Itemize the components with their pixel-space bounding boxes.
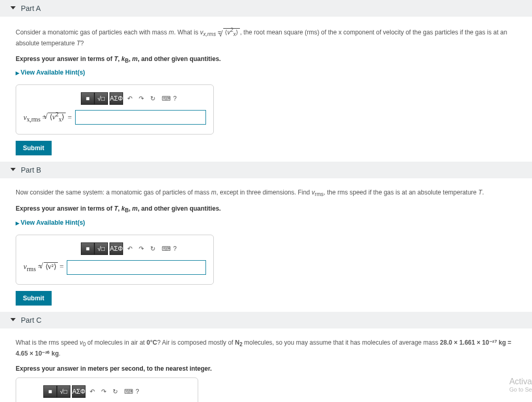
undo-button[interactable]: ↶ bbox=[90, 388, 101, 395]
redo-button[interactable]: ↷ bbox=[139, 245, 150, 252]
part-a-title: Part A bbox=[21, 4, 41, 13]
part-a-body: Consider a monatomic gas of particles ea… bbox=[0, 17, 532, 162]
part-c-header[interactable]: Part C bbox=[0, 312, 532, 328]
templates-button[interactable]: ■ bbox=[81, 92, 94, 105]
help-button[interactable]: ? bbox=[173, 245, 185, 252]
redo-button[interactable]: ↷ bbox=[101, 388, 113, 395]
fraction-button[interactable]: √□ bbox=[57, 385, 70, 398]
part-a-submit-button[interactable]: Submit bbox=[16, 141, 52, 155]
keyboard-button[interactable]: ⌨ bbox=[162, 245, 173, 252]
part-b-answer-box: ■ √□ ΑΣΦ ↶ ↷ ↻ ⌨ ? vrms = ⟨v²⟩ = bbox=[16, 235, 214, 285]
reset-button[interactable]: ↻ bbox=[150, 245, 162, 252]
part-c-body: What is the rms speed v0 of molecules in… bbox=[0, 328, 532, 402]
part-a-lhs: vx,rms = ⟨v2x⟩ = bbox=[23, 112, 72, 123]
reset-button[interactable]: ↻ bbox=[113, 388, 124, 395]
part-a-header[interactable]: Part A bbox=[0, 0, 532, 17]
greek-button[interactable]: ΑΣΦ bbox=[72, 385, 86, 398]
part-b-question: Now consider the same system: a monatomi… bbox=[16, 188, 516, 199]
fraction-button[interactable]: √□ bbox=[94, 242, 108, 255]
keyboard-button[interactable]: ⌨ bbox=[124, 388, 136, 395]
part-b-body: Now consider the same system: a monatomi… bbox=[0, 178, 532, 312]
undo-button[interactable]: ↶ bbox=[127, 245, 139, 252]
part-a-hints-toggle[interactable]: View Available Hint(s) bbox=[16, 69, 85, 76]
greek-button[interactable]: ΑΣΦ bbox=[110, 92, 123, 105]
collapse-icon bbox=[10, 168, 16, 171]
part-b-answer-input[interactable] bbox=[67, 260, 206, 275]
keyboard-button[interactable]: ⌨ bbox=[162, 95, 173, 102]
part-b-lhs: vrms = ⟨v²⟩ = bbox=[23, 262, 64, 273]
part-c-instructions: Express your answer in meters per second… bbox=[16, 365, 516, 372]
part-a-instructions: Express your answer in terms of T, kB, m… bbox=[16, 55, 516, 64]
part-c-title: Part C bbox=[21, 316, 42, 324]
part-a-question: Consider a monatomic gas of particles ea… bbox=[16, 26, 516, 49]
collapse-icon bbox=[10, 6, 16, 9]
part-b-header[interactable]: Part B bbox=[0, 162, 532, 178]
equation-toolbar: ■ √□ ΑΣΦ ↶ ↷ ↻ ⌨ ? bbox=[81, 242, 206, 255]
part-c-question: What is the rms speed v0 of molecules in… bbox=[16, 338, 516, 359]
part-a-answer-input[interactable] bbox=[75, 110, 206, 125]
part-b-submit-button[interactable]: Submit bbox=[16, 291, 52, 306]
greek-button[interactable]: ΑΣΦ bbox=[110, 242, 123, 255]
watermark: Activa Go to Se bbox=[509, 377, 532, 393]
part-b-instructions: Express your answer in terms of T, kB, m… bbox=[16, 205, 516, 213]
part-b-hints-toggle[interactable]: View Available Hint(s) bbox=[16, 219, 85, 226]
reset-button[interactable]: ↻ bbox=[150, 95, 162, 102]
collapse-icon bbox=[10, 318, 16, 321]
part-b-title: Part B bbox=[21, 166, 41, 174]
part-c-answer-box: ■ √□ ΑΣΦ ↶ ↷ ↻ ⌨ ? v₀ = m/s bbox=[16, 377, 198, 402]
fraction-button[interactable]: √□ bbox=[94, 92, 108, 105]
help-button[interactable]: ? bbox=[173, 95, 185, 102]
redo-button[interactable]: ↷ bbox=[139, 95, 150, 102]
help-button[interactable]: ? bbox=[136, 388, 147, 395]
templates-button[interactable]: ■ bbox=[81, 242, 94, 255]
undo-button[interactable]: ↶ bbox=[127, 95, 139, 102]
part-a-answer-box: ■ √□ ΑΣΦ ↶ ↷ ↻ ⌨ ? vx,rms = ⟨v2x⟩ = bbox=[16, 84, 214, 135]
equation-toolbar: ■ √□ ΑΣΦ ↶ ↷ ↻ ⌨ ? bbox=[81, 92, 206, 105]
equation-toolbar: ■ √□ ΑΣΦ ↶ ↷ ↻ ⌨ ? bbox=[43, 385, 190, 398]
templates-button[interactable]: ■ bbox=[43, 385, 57, 398]
